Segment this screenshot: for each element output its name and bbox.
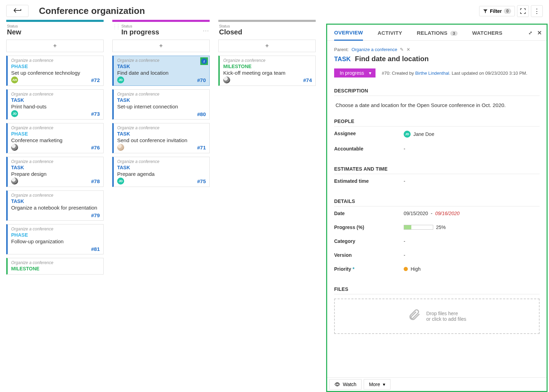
status-label: Status [121, 24, 159, 28]
card-project: Organize a conference [223, 58, 312, 63]
card-project: Organize a conference [117, 58, 206, 63]
kebab-menu-button[interactable]: ⋮ [531, 5, 543, 17]
add-card-button[interactable]: + [112, 40, 210, 52]
progress-value[interactable]: 25% [404, 224, 540, 230]
filter-button[interactable]: Filter 0 [479, 6, 515, 16]
card-project: Organize a conference [11, 159, 100, 164]
description-text: Choose a date and location for the Open … [334, 96, 540, 108]
priority-value[interactable]: High [404, 266, 540, 272]
add-card-button[interactable]: + [218, 40, 316, 52]
card-project: Organize a conference [11, 125, 100, 130]
estimated-time-value[interactable]: - [404, 178, 540, 184]
card-id: #74 [303, 77, 312, 83]
card[interactable]: Organize a conference MILESTONE [6, 258, 104, 275]
card-title: Prepare design [11, 171, 100, 177]
section-details-heading: DETAILS [334, 198, 540, 206]
card-type: TASK [117, 165, 206, 170]
filter-label: Filter [490, 8, 502, 14]
card-type: TASK [117, 131, 206, 137]
status-name: In progress [121, 28, 159, 36]
drag-handle-icon[interactable]: ⋮⋮⋮⋮ [113, 24, 121, 29]
more-button[interactable]: More ▾ [364, 379, 390, 390]
watch-button[interactable]: Watch [329, 379, 362, 390]
section-files-heading: FILES [334, 286, 540, 294]
status-label: Status [7, 24, 21, 28]
card-selected[interactable]: i Organize a conference TASK Find date a… [112, 56, 210, 86]
card[interactable]: Organize a conference PHASE Conference m… [6, 123, 104, 153]
status-dropdown[interactable]: In progress ▾ [334, 68, 376, 77]
card[interactable]: Organize a conference MILESTONE Kick-off… [218, 56, 316, 86]
card-title: Send out conference invitation [117, 137, 206, 143]
fullscreen-button[interactable] [517, 5, 529, 17]
card-type: TASK [117, 97, 206, 103]
card[interactable]: Organize a conference TASK Print hand-ou… [6, 89, 104, 120]
card-title: Set up conference technology [11, 70, 100, 76]
accountable-label: Accountable [334, 146, 404, 152]
paperclip-icon [407, 308, 421, 324]
version-value[interactable]: - [404, 252, 540, 258]
section-description-heading: DESCRIPTION [334, 88, 540, 96]
status-name: New [7, 28, 21, 36]
back-button[interactable] [6, 5, 29, 17]
fullscreen-icon [520, 8, 526, 14]
date-label: Date [334, 211, 404, 216]
card[interactable]: Organize a conference TASK Send out conf… [112, 123, 210, 153]
card-type: MILESTONE [223, 64, 312, 69]
status-label: Status [219, 24, 242, 28]
card-project: Organize a conference [11, 260, 100, 265]
tab-watchers[interactable]: WATCHERS [472, 30, 502, 40]
date-value[interactable]: 09/15/2020 - 09/16/2020 [404, 211, 540, 216]
panel-tabs: OVERVIEW ACTIVITY RELATIONS 3 WATCHERS ⤢… [327, 25, 547, 41]
card-project: Organize a conference [11, 58, 100, 63]
card-id: #78 [91, 178, 100, 184]
kebab-icon: ⋮ [534, 8, 540, 14]
tab-activity[interactable]: ACTIVITY [378, 30, 402, 40]
avatar [117, 144, 124, 151]
remove-parent-icon[interactable]: ✕ [406, 47, 410, 52]
card-title: Set-up internet connection [117, 104, 206, 109]
avatar [223, 76, 230, 83]
tab-relations[interactable]: RELATIONS 3 [417, 30, 458, 40]
avatar [11, 144, 18, 151]
card-type: TASK [11, 97, 100, 103]
card-type: PHASE [11, 64, 100, 69]
card[interactable]: Organize a conference TASK Prepare agend… [112, 157, 210, 187]
card[interactable]: Organize a conference TASK Set-up intern… [112, 89, 210, 120]
card-id: #79 [91, 212, 100, 218]
column-in-progress: ⋮⋮⋮⋮ Status In progress ⋯ + i Organize a… [112, 20, 210, 278]
chevron-down-icon: ▾ [383, 382, 385, 387]
card-type: PHASE [11, 131, 100, 137]
card-type: TASK [11, 198, 100, 204]
assignee-value[interactable]: JD Jane Doe [404, 131, 540, 138]
task-title: Find date and location [355, 55, 429, 63]
estimated-time-label: Estimated time [334, 178, 404, 184]
tab-relations-label: RELATIONS [417, 30, 447, 36]
card-project: Organize a conference [117, 92, 206, 97]
card-title: Follow-up organization [11, 238, 100, 244]
card[interactable]: Organize a conference TASK Organize a no… [6, 190, 104, 221]
file-dropzone[interactable]: Drop files here or click to add files [334, 299, 540, 334]
card-id: #80 [197, 111, 206, 117]
progress-fill [404, 225, 411, 229]
priority-dot-icon [404, 267, 408, 271]
add-card-button[interactable]: + [6, 40, 104, 52]
category-value[interactable]: - [404, 238, 540, 244]
filter-icon [483, 9, 488, 14]
card[interactable]: Organize a conference PHASE Follow-up or… [6, 224, 104, 254]
tab-overview[interactable]: OVERVIEW [334, 30, 363, 41]
card-project: Organize a conference [117, 125, 206, 130]
close-panel-icon[interactable]: ✕ [537, 30, 542, 36]
author-link[interactable]: Birthe Lindenthal [415, 71, 449, 76]
status-value: In progress [340, 70, 364, 76]
card[interactable]: Organize a conference TASK Prepare desig… [6, 157, 104, 187]
accountable-value[interactable]: - [404, 146, 540, 152]
edit-parent-icon[interactable]: ✎ [400, 47, 404, 52]
parent-link[interactable]: Organize a conference [352, 47, 397, 52]
card-id: #73 [91, 111, 100, 117]
card-type: MILESTONE [11, 266, 100, 271]
card[interactable]: Organize a conference PHASE Set up confe… [6, 56, 104, 86]
column-more-icon[interactable]: ⋯ [203, 24, 209, 34]
card-id: #71 [197, 145, 206, 150]
card-id: #70 [197, 77, 206, 83]
expand-panel-icon[interactable]: ⤢ [528, 30, 532, 35]
